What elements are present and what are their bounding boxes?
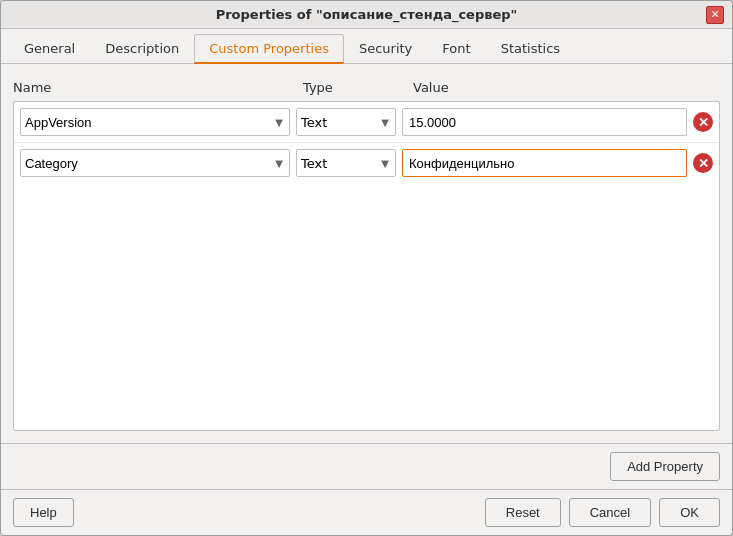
footer: Help Reset Cancel OK [1, 489, 732, 535]
value-input-2[interactable] [402, 149, 687, 177]
value-input-1[interactable] [402, 108, 687, 136]
name-column-header: Name [13, 80, 303, 95]
name-input-1[interactable] [25, 115, 273, 130]
help-button[interactable]: Help [13, 498, 74, 527]
tab-bar: General Description Custom Properties Se… [1, 29, 732, 64]
tab-security[interactable]: Security [344, 34, 427, 64]
tab-custom-properties[interactable]: Custom Properties [194, 34, 344, 64]
tab-description[interactable]: Description [90, 34, 194, 64]
properties-list: ▼ Text ▼ ✕ ▼ Text ▼ ✕ [13, 101, 720, 431]
reset-button[interactable]: Reset [485, 498, 561, 527]
type-column-header: Type [303, 80, 413, 95]
type-dropdown-arrow-2[interactable]: ▼ [379, 156, 391, 171]
title-bar: Properties of "описание_стенда_сервер" ✕ [1, 1, 732, 29]
type-field-wrapper-2: Text ▼ [296, 149, 396, 177]
name-field-wrapper-2: ▼ [20, 149, 290, 177]
add-property-button[interactable]: Add Property [610, 452, 720, 481]
content-area: Name Type Value ▼ Text ▼ ✕ [1, 64, 732, 443]
close-icon: ✕ [710, 8, 719, 21]
table-row: ▼ Text ▼ ✕ [14, 102, 719, 143]
name-field-wrapper-1: ▼ [20, 108, 290, 136]
ok-button[interactable]: OK [659, 498, 720, 527]
close-button[interactable]: ✕ [706, 6, 724, 24]
name-dropdown-arrow-2[interactable]: ▼ [273, 156, 285, 171]
tab-statistics[interactable]: Statistics [486, 34, 575, 64]
table-row: ▼ Text ▼ ✕ [14, 143, 719, 183]
footer-right-buttons: Reset Cancel OK [485, 498, 720, 527]
dialog-title: Properties of "описание_стенда_сервер" [216, 7, 518, 22]
tab-font[interactable]: Font [427, 34, 485, 64]
tab-general[interactable]: General [9, 34, 90, 64]
dialog: Properties of "описание_стенда_сервер" ✕… [0, 0, 733, 536]
value-column-header: Value [413, 80, 720, 95]
delete-button-2[interactable]: ✕ [693, 153, 713, 173]
cancel-button[interactable]: Cancel [569, 498, 651, 527]
delete-button-1[interactable]: ✕ [693, 112, 713, 132]
add-property-area: Add Property [1, 443, 732, 489]
type-text-2: Text [301, 156, 379, 171]
name-input-2[interactable] [25, 156, 273, 171]
type-dropdown-arrow-1[interactable]: ▼ [379, 115, 391, 130]
type-field-wrapper-1: Text ▼ [296, 108, 396, 136]
column-headers: Name Type Value [13, 76, 720, 101]
type-text-1: Text [301, 115, 379, 130]
name-dropdown-arrow-1[interactable]: ▼ [273, 115, 285, 130]
